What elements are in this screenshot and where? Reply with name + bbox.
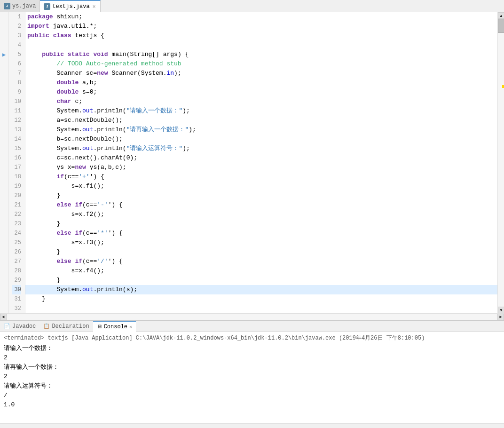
line-number-12: 12 bbox=[12, 116, 21, 125]
code-content-8: double a,b; bbox=[25, 78, 97, 87]
line-number-10: 10 bbox=[12, 97, 21, 106]
code-line-3[interactable]: public class textjs { bbox=[25, 31, 497, 40]
gutter-cell-32 bbox=[0, 304, 8, 313]
code-line-8[interactable]: double a,b; bbox=[25, 78, 497, 87]
gutter-cell-25 bbox=[0, 238, 8, 247]
code-line-17[interactable]: ys x=new ys(a,b,c); bbox=[25, 163, 497, 172]
horizontal-scrollbar[interactable]: ◀ ▶ bbox=[0, 313, 504, 320]
console-terminated-text: <terminated> textjs [Java Application] C… bbox=[4, 334, 500, 342]
bottom-panel: 📄 Javadoc 📋 Declaration 🖥 Console ✕ <ter… bbox=[0, 320, 504, 428]
line-number-31: 31 bbox=[12, 294, 21, 304]
tab-console-close-icon[interactable]: ✕ bbox=[129, 324, 132, 330]
console-scrollbar[interactable] bbox=[0, 423, 504, 428]
code-content-14: b=sc.nextDouble(); bbox=[25, 135, 123, 144]
javadoc-icon: 📄 bbox=[4, 323, 10, 329]
code-content-22: s=x.f2(); bbox=[25, 210, 104, 219]
console-content: <terminated> textjs [Java Application] C… bbox=[0, 332, 504, 423]
tab-declaration[interactable]: 📋 Declaration bbox=[39, 321, 93, 332]
scroll-left-button[interactable]: ◀ bbox=[0, 314, 7, 320]
code-line-11[interactable]: System.out.println("请输入一个数据："); bbox=[25, 106, 497, 116]
line-number-2: 2 bbox=[12, 22, 21, 31]
line-number-1: 1 bbox=[12, 12, 21, 22]
java-file-icon: J bbox=[4, 3, 10, 9]
gutter-cell-17 bbox=[0, 163, 8, 172]
java-file-icon-2: J bbox=[44, 3, 50, 10]
code-content-7: Scanner sc=new Scanner(System.in); bbox=[25, 69, 181, 78]
line-number-26: 26 bbox=[12, 247, 21, 257]
gutter-cell-8 bbox=[0, 78, 8, 87]
editor-gutter: ▶ bbox=[0, 12, 8, 313]
h-scroll-track[interactable] bbox=[7, 314, 497, 320]
line-number-28: 28 bbox=[12, 266, 21, 276]
code-content-15: System.out.println("请输入运算符号："); bbox=[25, 144, 190, 153]
yellow-marker bbox=[502, 85, 504, 88]
code-area[interactable]: package shixun;import java.util.*;public… bbox=[25, 12, 497, 313]
tab-ys-java[interactable]: J ys.java bbox=[0, 0, 40, 12]
console-line: 2 bbox=[4, 353, 500, 363]
code-line-20[interactable]: } bbox=[25, 191, 497, 200]
code-line-10[interactable]: char c; bbox=[25, 97, 497, 106]
gutter-cell-16 bbox=[0, 153, 8, 163]
line-number-25: 25 bbox=[12, 238, 21, 247]
code-line-21[interactable]: else if(c=='-'') { bbox=[25, 200, 497, 210]
code-content-30: System.out.println(s); bbox=[25, 285, 137, 294]
code-content-13: System.out.println("请再输入一个数据："); bbox=[25, 125, 196, 135]
scroll-up-button[interactable]: ▲ bbox=[498, 12, 504, 19]
code-line-26[interactable]: } bbox=[25, 247, 497, 257]
line-number-7: 7 bbox=[12, 69, 21, 78]
scroll-thumb[interactable] bbox=[498, 19, 504, 33]
line-number-23: 23 bbox=[12, 219, 21, 229]
scroll-right-button[interactable]: ▶ bbox=[497, 314, 504, 320]
code-line-13[interactable]: System.out.println("请再输入一个数据："); bbox=[25, 125, 497, 135]
line-number-3: 3 bbox=[12, 31, 21, 40]
code-line-28[interactable]: s=x.f4(); bbox=[25, 266, 497, 276]
line-number-32: 32 bbox=[12, 304, 21, 313]
tab-textjs-java[interactable]: J textjs.java ✕ bbox=[40, 0, 101, 12]
code-line-30[interactable]: System.out.println(s); bbox=[25, 285, 497, 294]
line-number-21: 21 bbox=[12, 200, 21, 210]
code-line-16[interactable]: c=sc.next().charAt(0); bbox=[25, 153, 497, 163]
code-line-1[interactable]: package shixun; bbox=[25, 12, 497, 22]
gutter-cell-12 bbox=[0, 116, 8, 125]
code-line-31[interactable]: } bbox=[25, 294, 497, 304]
code-line-18[interactable]: if(c=='+'') { bbox=[25, 172, 497, 182]
code-line-29[interactable]: } bbox=[25, 276, 497, 285]
code-line-7[interactable]: Scanner sc=new Scanner(System.in); bbox=[25, 69, 497, 78]
code-line-14[interactable]: b=sc.nextDouble(); bbox=[25, 135, 497, 144]
line-number-18: 18 bbox=[12, 172, 21, 182]
code-line-19[interactable]: s=x.f1(); bbox=[25, 182, 497, 191]
right-scrollbar[interactable]: ▲ ▼ bbox=[497, 12, 504, 313]
tab-textjs-close-icon[interactable]: ✕ bbox=[92, 3, 97, 9]
code-line-15[interactable]: System.out.println("请输入运算符号："); bbox=[25, 144, 497, 153]
gutter-cell-6 bbox=[0, 59, 8, 69]
code-line-9[interactable]: double s=0; bbox=[25, 87, 497, 97]
code-line-32[interactable] bbox=[25, 304, 497, 313]
code-line-12[interactable]: a=sc.nextDouble(); bbox=[25, 116, 497, 125]
gutter-cell-14 bbox=[0, 135, 8, 144]
gutter-cell-29 bbox=[0, 276, 8, 285]
tab-ys-java-label: ys.java bbox=[12, 3, 36, 9]
code-content-17: ys x=new ys(a,b,c); bbox=[25, 163, 126, 172]
console-line: 1.0 bbox=[4, 400, 500, 410]
line-number-14: 14 bbox=[12, 135, 21, 144]
gutter-cell-27 bbox=[0, 257, 8, 266]
tab-console[interactable]: 🖥 Console ✕ bbox=[93, 321, 136, 332]
tab-javadoc[interactable]: 📄 Javadoc bbox=[0, 321, 39, 332]
tab-javadoc-label: Javadoc bbox=[12, 323, 36, 330]
code-line-22[interactable]: s=x.f2(); bbox=[25, 210, 497, 219]
code-line-23[interactable]: } bbox=[25, 219, 497, 229]
code-line-4[interactable] bbox=[25, 40, 497, 50]
code-content-20: } bbox=[25, 191, 60, 200]
code-line-25[interactable]: s=x.f3(); bbox=[25, 238, 497, 247]
line-number-17: 17 bbox=[12, 163, 21, 172]
scroll-down-button[interactable]: ▼ bbox=[498, 307, 504, 313]
line-number-11: 11 bbox=[12, 106, 21, 116]
code-content-25: s=x.f3(); bbox=[25, 238, 104, 247]
line-numbers: 1234567891011121314151617181920212223242… bbox=[8, 12, 25, 313]
code-line-2[interactable]: import java.util.*; bbox=[25, 22, 497, 31]
code-line-5[interactable]: public static void main(String[] args) { bbox=[25, 50, 497, 59]
code-line-6[interactable]: // TODO Auto-generated method stub bbox=[25, 59, 497, 69]
code-line-24[interactable]: else if(c=='*'') { bbox=[25, 229, 497, 238]
code-line-27[interactable]: else if(c=='/'') { bbox=[25, 257, 497, 266]
code-content-29: } bbox=[25, 276, 60, 285]
